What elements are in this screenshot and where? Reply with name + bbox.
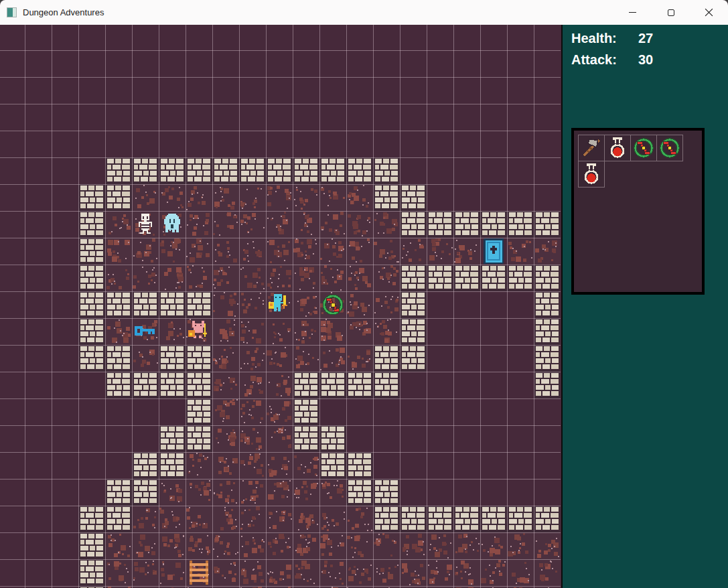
floor-tile <box>266 506 293 532</box>
minimize-button[interactable] <box>613 0 652 25</box>
app-icon <box>7 7 17 17</box>
health-potion-icon <box>579 161 604 187</box>
wall-tile <box>159 345 186 372</box>
inventory-slot[interactable] <box>656 135 683 161</box>
floor-tile <box>212 318 239 345</box>
wall-tile <box>507 211 534 238</box>
floor-tile <box>105 318 132 345</box>
floor-tile <box>373 238 400 265</box>
wall-tile <box>186 345 212 372</box>
floor-tile <box>293 452 319 479</box>
floor-tile <box>293 238 319 265</box>
floor-tile <box>373 211 400 238</box>
floor-tile <box>212 506 239 532</box>
minimize-icon <box>629 12 636 13</box>
wall-tile <box>78 318 105 345</box>
window-controls <box>613 0 728 25</box>
wall-tile <box>346 372 373 398</box>
floor-tile <box>293 184 319 211</box>
wall-tile <box>453 506 480 532</box>
floor-tile <box>427 559 453 586</box>
wall-tile <box>400 345 427 372</box>
wall-tile <box>159 157 186 184</box>
spinner-shield-icon <box>657 135 682 161</box>
wall-tile <box>159 425 186 452</box>
floor-tile <box>266 398 293 425</box>
wall-tile <box>319 452 346 479</box>
floor-tile <box>480 532 507 559</box>
floor-tile <box>186 265 212 291</box>
stats-block: Health: 27 Attack: 30 <box>563 25 728 70</box>
wall-tile <box>507 265 534 291</box>
floor-tile <box>105 265 132 291</box>
wall-tile <box>293 372 319 398</box>
health-label: Health: <box>571 31 638 46</box>
floor-tile <box>346 559 373 586</box>
wall-tile <box>239 157 266 184</box>
wall-tile <box>78 559 105 586</box>
wall-tile <box>319 425 346 452</box>
floor-tile <box>186 452 212 479</box>
floor-tile <box>212 372 239 398</box>
wall-tile <box>453 211 480 238</box>
titlebar: Dungeon Adventures <box>0 0 728 25</box>
floor-tile <box>239 291 266 318</box>
wall-tile <box>78 265 105 291</box>
app-window: Dungeon Adventures Health: 27 Attack: 30 <box>0 0 728 588</box>
wall-tile <box>507 506 534 532</box>
floor-tile <box>534 559 561 586</box>
wall-tile <box>159 372 186 398</box>
close-button[interactable] <box>690 0 728 25</box>
wall-tile <box>78 506 105 532</box>
wall-tile <box>400 211 427 238</box>
floor-tile <box>239 345 266 372</box>
inventory-slot[interactable] <box>578 161 605 188</box>
floor-tile <box>239 372 266 398</box>
wall-tile <box>400 184 427 211</box>
wall-tile <box>427 265 453 291</box>
wall-tile <box>346 157 373 184</box>
wall-tile <box>373 345 400 372</box>
floor-tile <box>212 532 239 559</box>
floor-tile <box>266 211 293 238</box>
dungeon-viewport[interactable] <box>0 25 561 588</box>
wall-tile <box>480 265 507 291</box>
health-value: 27 <box>638 31 653 46</box>
floor-tile <box>319 318 346 345</box>
floor-tile <box>319 532 346 559</box>
floor-tile <box>239 318 266 345</box>
floor-tile <box>132 532 159 559</box>
wall-tile <box>186 425 212 452</box>
wall-tile <box>78 211 105 238</box>
floor-tile <box>159 238 186 265</box>
floor-tile <box>293 479 319 506</box>
dungeon-board <box>0 25 561 588</box>
floor-tile <box>373 265 400 291</box>
wall-tile <box>319 372 346 398</box>
floor-tile <box>373 291 400 318</box>
floor-tile <box>239 479 266 506</box>
inventory-slot[interactable] <box>630 135 657 161</box>
wall-tile <box>132 157 159 184</box>
floor-tile <box>400 559 427 586</box>
axe-icon <box>579 135 604 161</box>
wall-tile <box>453 265 480 291</box>
wall-tile <box>78 184 105 211</box>
floor-tile <box>293 506 319 532</box>
wall-tile <box>105 479 132 506</box>
maximize-button[interactable] <box>652 0 690 25</box>
wall-tile <box>534 291 561 318</box>
floor-tile <box>319 345 346 372</box>
inventory-slot[interactable] <box>604 135 631 161</box>
inventory-slot[interactable] <box>578 135 605 161</box>
wall-tile <box>105 345 132 372</box>
wall-tile <box>346 479 373 506</box>
floor-tile <box>239 184 266 211</box>
floor-tile <box>132 559 159 586</box>
wall-tile <box>534 506 561 532</box>
floor-tile <box>346 265 373 291</box>
floor-tile <box>534 532 561 559</box>
wall-tile <box>373 506 400 532</box>
floor-tile <box>266 452 293 479</box>
floor-tile <box>239 238 266 265</box>
